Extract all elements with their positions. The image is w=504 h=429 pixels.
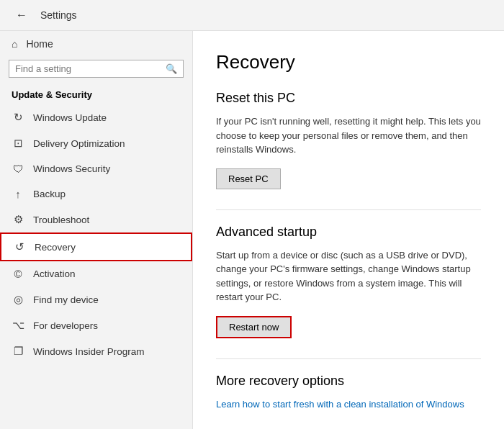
backup-icon: ↑: [12, 188, 24, 200]
delivery-optimization-icon: ⊡: [12, 137, 24, 150]
titlebar-title: Settings: [40, 9, 77, 21]
search-icon: 🔍: [166, 63, 177, 74]
windows-update-icon: ↻: [12, 111, 24, 124]
divider-2: [216, 358, 481, 359]
windows-insider-program-icon: ❐: [12, 345, 24, 358]
more-section-heading: More recovery options: [216, 374, 481, 389]
back-button[interactable]: ←: [12, 7, 32, 23]
sidebar-item-delivery-optimization[interactable]: ⊡Delivery Optimization: [0, 130, 192, 156]
sidebar-item-recovery[interactable]: ↺Recovery: [0, 232, 192, 261]
sidebar-item-label-troubleshoot: Troubleshoot: [33, 214, 89, 225]
search-box[interactable]: 🔍: [9, 60, 184, 78]
content-panel: Recovery Reset this PC If your PC isn't …: [193, 31, 504, 429]
sidebar-item-label-recovery: Recovery: [35, 242, 76, 253]
sidebar-item-troubleshoot[interactable]: ⚙Troubleshoot: [0, 207, 192, 232]
sidebar-item-for-developers[interactable]: ⌥For developers: [0, 312, 192, 338]
sidebar-item-windows-security[interactable]: 🛡Windows Security: [0, 156, 192, 181]
sidebar-item-windows-update[interactable]: ↻Windows Update: [0, 104, 192, 130]
reset-pc-button[interactable]: Reset PC: [216, 168, 281, 189]
sidebar-section-title: Update & Security: [0, 83, 192, 104]
sidebar-item-label-backup: Backup: [33, 189, 66, 199]
windows-security-icon: 🛡: [12, 163, 24, 175]
sidebar-item-find-my-device[interactable]: ◎Find my device: [0, 286, 192, 312]
sidebar-item-backup[interactable]: ↑Backup: [0, 181, 192, 207]
sidebar-item-label-windows-security: Windows Security: [33, 163, 110, 174]
main-layout: ⌂ Home 🔍 Update & Security ↻Windows Upda…: [0, 31, 504, 429]
sidebar-items-container: ↻Windows Update⊡Delivery Optimization🛡Wi…: [0, 104, 192, 364]
sidebar-item-activation[interactable]: ©Activation: [0, 261, 192, 286]
sidebar-item-label-activation: Activation: [33, 268, 76, 279]
sidebar-home-label: Home: [26, 38, 53, 50]
advanced-section-desc: Start up from a device or disc (such as …: [216, 248, 481, 304]
activation-icon: ©: [12, 268, 24, 280]
sidebar-item-label-windows-update: Windows Update: [33, 112, 107, 123]
find-my-device-icon: ◎: [12, 293, 24, 306]
reset-section-desc: If your PC isn't running well, resetting…: [216, 114, 481, 157]
search-input[interactable]: [15, 63, 166, 74]
for-developers-icon: ⌥: [12, 319, 24, 332]
sidebar: ⌂ Home 🔍 Update & Security ↻Windows Upda…: [0, 31, 193, 429]
restart-now-button[interactable]: Restart now: [216, 316, 292, 338]
sidebar-item-home[interactable]: ⌂ Home: [0, 31, 192, 57]
fresh-install-link[interactable]: Learn how to start fresh with a clean in…: [216, 399, 464, 410]
content-title: Recovery: [216, 51, 481, 73]
troubleshoot-icon: ⚙: [12, 213, 24, 226]
sidebar-item-label-windows-insider-program: Windows Insider Program: [33, 346, 145, 357]
recovery-icon: ↺: [13, 240, 26, 253]
reset-section-heading: Reset this PC: [216, 91, 481, 106]
titlebar: ← Settings: [0, 0, 504, 31]
advanced-section-heading: Advanced startup: [216, 225, 481, 240]
divider-1: [216, 209, 481, 210]
sidebar-item-windows-insider-program[interactable]: ❐Windows Insider Program: [0, 338, 192, 364]
sidebar-item-label-delivery-optimization: Delivery Optimization: [33, 138, 125, 149]
home-icon: ⌂: [12, 38, 17, 50]
sidebar-item-label-find-my-device: Find my device: [33, 294, 99, 305]
sidebar-item-label-for-developers: For developers: [33, 320, 98, 331]
